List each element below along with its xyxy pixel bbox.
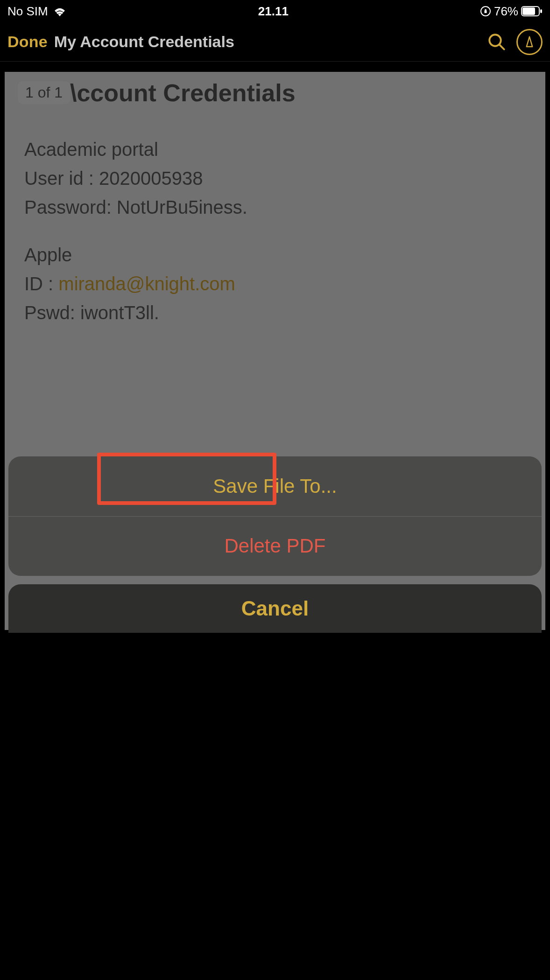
doc-line: Academic portal <box>24 135 526 164</box>
id-label: ID : <box>24 273 58 294</box>
doc-line: Pswd: iwontT3ll. <box>24 298 526 327</box>
document-content: \ccount Credentials Academic portal User… <box>24 79 526 327</box>
clock-text: 21.11 <box>258 4 289 19</box>
nav-title: My Account Credentials <box>54 33 477 51</box>
doc-line: ID : miranda@knight.com <box>24 269 526 298</box>
markup-pen-icon[interactable] <box>516 29 543 55</box>
email-link[interactable]: miranda@knight.com <box>58 273 235 294</box>
page-counter-badge: 1 of 1 <box>18 81 70 104</box>
document-title: \ccount Credentials <box>70 79 526 107</box>
doc-line: Apple <box>24 240 526 269</box>
svg-rect-3 <box>540 9 542 13</box>
svg-rect-2 <box>522 7 535 15</box>
svg-line-5 <box>500 45 504 49</box>
wifi-icon <box>53 6 67 16</box>
doc-line: Password: NotUrBu5iness. <box>24 193 526 222</box>
status-bar: No SIM 21.11 76% <box>0 0 550 22</box>
save-file-to-button[interactable]: Save File To... <box>8 456 542 516</box>
cancel-button[interactable]: Cancel <box>8 584 542 633</box>
orientation-lock-icon <box>480 6 491 17</box>
battery-percent-text: 76% <box>494 4 518 19</box>
action-sheet: Save File To... Delete PDF Cancel <box>8 456 542 633</box>
doc-line: User id : 2020005938 <box>24 164 526 193</box>
done-button[interactable]: Done <box>7 33 48 51</box>
action-sheet-group: Save File To... Delete PDF <box>8 456 542 576</box>
delete-pdf-button[interactable]: Delete PDF <box>8 516 542 576</box>
nav-bar: Done My Account Credentials <box>0 22 550 62</box>
battery-icon <box>521 6 543 16</box>
carrier-text: No SIM <box>7 4 48 19</box>
search-icon[interactable] <box>484 29 510 55</box>
